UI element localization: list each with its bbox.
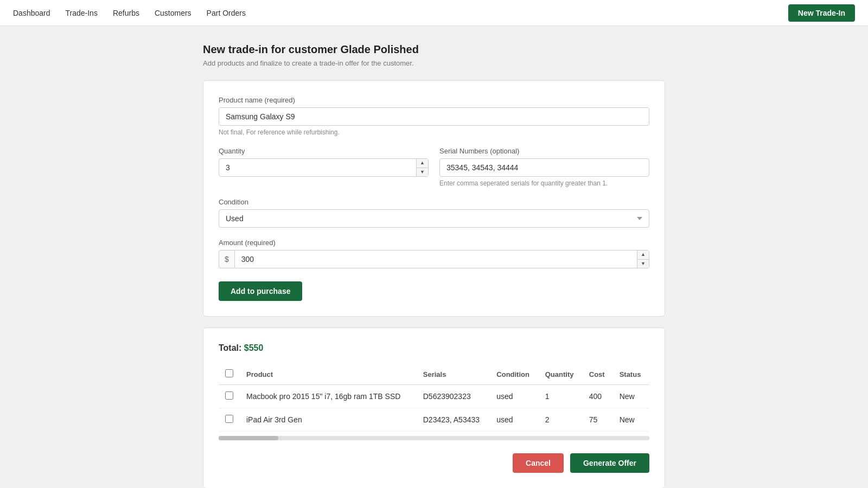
select-all-checkbox[interactable] (225, 369, 233, 377)
row-serials: D5623902323 (417, 385, 490, 408)
row-condition: used (490, 385, 538, 408)
navbar: Dashboard Trade-Ins Refurbs Customers Pa… (0, 0, 868, 26)
nav-links: Dashboard Trade-Ins Refurbs Customers Pa… (13, 9, 246, 17)
th-product: Product (240, 364, 417, 385)
row-product: iPad Air 3rd Gen (240, 408, 417, 432)
nav-dashboard[interactable]: Dashboard (13, 9, 50, 17)
th-serials: Serials (417, 364, 490, 385)
th-quantity: Quantity (539, 364, 583, 385)
table-row: iPad Air 3rd Gen D23423, A53433 used 2 7… (219, 408, 649, 432)
scroll-thumb (219, 436, 278, 440)
quantity-increment[interactable]: ▲ (416, 159, 428, 168)
total-value: $550 (244, 343, 264, 352)
card-footer: Cancel Generate Offer (219, 449, 649, 473)
product-name-hint: Not final, For reference while refurbish… (219, 129, 649, 136)
row-cost: 400 (583, 385, 613, 408)
quantity-group: Quantity ▲ ▼ (219, 147, 429, 187)
main-content: New trade-in for customer Glade Polished… (190, 26, 678, 488)
product-name-label: Product name (required) (219, 96, 649, 104)
quantity-spinner-wrapper: ▲ ▼ (219, 158, 429, 177)
condition-select[interactable]: New Used Broken Refurbished (219, 209, 649, 228)
page-title: New trade-in for customer Glade Polished (203, 43, 665, 56)
amount-input[interactable] (234, 250, 649, 268)
th-condition: Condition (490, 364, 538, 385)
dollar-sign: $ (219, 250, 234, 268)
th-cost: Cost (583, 364, 613, 385)
products-table: Product Serials Condition Quantity Cost … (219, 364, 649, 432)
table-header-row: Product Serials Condition Quantity Cost … (219, 364, 649, 385)
form-card: Product name (required) Not final, For r… (203, 80, 665, 317)
page-subtitle: Add products and finalize to create a tr… (203, 59, 665, 67)
add-to-purchase-button[interactable]: Add to purchase (219, 281, 302, 301)
row-checkbox-cell (219, 408, 240, 432)
row-checkbox-0[interactable] (225, 391, 233, 400)
condition-label: Condition (219, 198, 649, 206)
row-status: New (613, 408, 649, 432)
product-name-group: Product name (required) Not final, For r… (219, 96, 649, 136)
nav-customers[interactable]: Customers (155, 9, 192, 17)
quantity-spinner-btns: ▲ ▼ (416, 159, 428, 176)
row-checkbox-1[interactable] (225, 415, 233, 423)
row-checkbox-cell (219, 385, 240, 408)
generate-offer-button[interactable]: Generate Offer (570, 453, 649, 473)
amount-decrement[interactable]: ▼ (637, 260, 649, 268)
quantity-decrement[interactable]: ▼ (416, 168, 428, 177)
quantity-input[interactable] (219, 158, 429, 177)
amount-group: Amount (required) $ ▲ ▼ (219, 239, 649, 268)
serial-numbers-group: Serial Numbers (optional) Enter comma se… (439, 147, 649, 187)
row-status: New (613, 385, 649, 408)
th-checkbox (219, 364, 240, 385)
amount-label: Amount (required) (219, 239, 649, 247)
row-condition: used (490, 408, 538, 432)
serial-numbers-hint: Enter comma seperated serials for quanti… (439, 179, 649, 187)
condition-group: Condition New Used Broken Refurbished (219, 198, 649, 228)
scroll-bar[interactable] (219, 436, 649, 440)
quantity-label: Quantity (219, 147, 429, 155)
amount-wrapper: $ ▲ ▼ (219, 250, 649, 268)
row-cost: 75 (583, 408, 613, 432)
total-row: Total: $550 (219, 343, 649, 353)
total-label: Total: (219, 343, 241, 352)
amount-increment[interactable]: ▲ (637, 251, 649, 260)
serial-numbers-input[interactable] (439, 158, 649, 177)
product-name-input[interactable] (219, 107, 649, 126)
table-row: Macbook pro 2015 15" i7, 16gb ram 1TB SS… (219, 385, 649, 408)
amount-spinner-btns: ▲ ▼ (637, 251, 649, 268)
serial-numbers-label: Serial Numbers (optional) (439, 147, 649, 155)
cancel-button[interactable]: Cancel (513, 453, 564, 473)
row-quantity: 1 (539, 385, 583, 408)
th-status: Status (613, 364, 649, 385)
nav-trade-ins[interactable]: Trade-Ins (66, 9, 98, 17)
nav-refurbs[interactable]: Refurbs (113, 9, 139, 17)
summary-card: Total: $550 Product Serials Condition Qu… (203, 328, 665, 488)
row-product: Macbook pro 2015 15" i7, 16gb ram 1TB SS… (240, 385, 417, 408)
new-tradein-button[interactable]: New Trade-In (788, 4, 855, 22)
qty-serial-row: Quantity ▲ ▼ Serial Numbers (optional) E… (219, 147, 649, 198)
nav-part-orders[interactable]: Part Orders (207, 9, 246, 17)
row-serials: D23423, A53433 (417, 408, 490, 432)
row-quantity: 2 (539, 408, 583, 432)
